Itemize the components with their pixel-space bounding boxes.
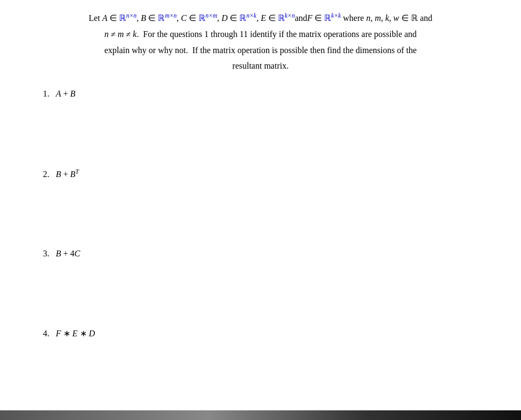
question-var-B-1: B [70,89,76,98]
question-list: 1. A + B 2. B + BT 3. B + 4C 4. F ∗ E ∗ … [32,89,489,338]
intro-line4: resultant matrix. [32,59,489,73]
question-expression-1: A [56,89,61,98]
question-item-3: 3. B + 4C [32,249,489,259]
question-item-4: 4. F ∗ E ∗ D [32,328,489,338]
question-number-1: 1. [43,89,54,98]
intro-line1: Let A ∈ ℝn×n, B ∈ ℝm×n, C ∈ ℝn×m, D ∈ ℝn… [32,11,489,25]
question-number-4: 4. [43,329,54,338]
question-var-E-4: E [72,329,78,338]
question-var-BT-2: B [70,170,76,179]
bottom-bar [0,410,521,420]
intro-line3: explain why or why not. If the matrix op… [32,43,489,57]
question-item-2: 2. B + BT [32,168,489,179]
question-var-C-3: C [75,249,80,258]
question-number-3: 3. [43,249,54,258]
intro-section: Let A ∈ ℝn×n, B ∈ ℝm×n, C ∈ ℝn×m, D ∈ ℝn… [32,11,489,73]
question-var-D-4: D [89,329,96,338]
intro-line2: n ≠ m ≠ k. For the questions 1 through 1… [32,27,489,41]
question-expression-2: B [56,170,61,179]
question-expression-3: B [56,249,61,258]
question-expression-4: F [56,329,61,338]
question-item-1: 1. A + B [32,89,489,99]
question-number-2: 2. [43,170,54,179]
